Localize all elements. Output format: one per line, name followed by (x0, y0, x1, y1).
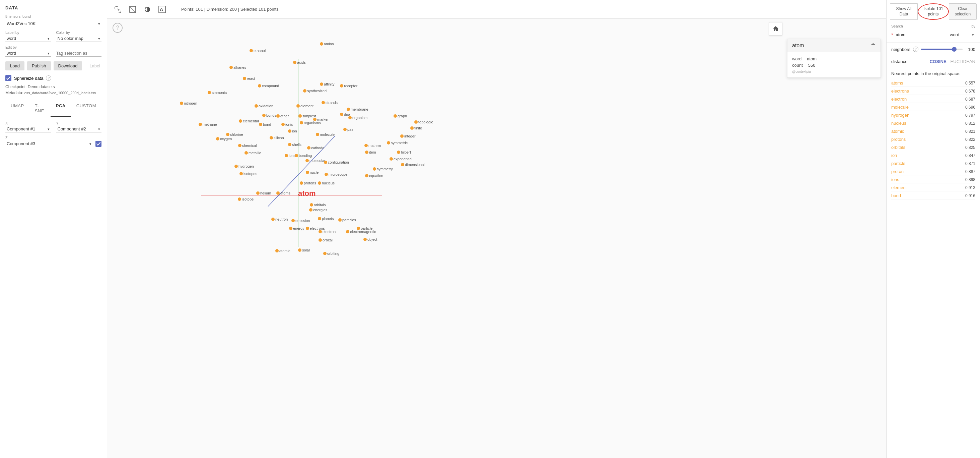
scatter-point[interactable]: shells (288, 142, 302, 147)
home-button[interactable] (769, 22, 783, 35)
scatter-point[interactable]: mathrm (364, 144, 381, 147)
scatter-point[interactable]: amino (320, 42, 334, 46)
scatter-point[interactable]: nuclei (306, 170, 320, 174)
scatter-point[interactable]: cathode (307, 146, 324, 150)
load-button[interactable]: Load (5, 61, 24, 70)
nearest-word[interactable]: molecule (891, 105, 908, 110)
scatter-plot[interactable]: ethanolaminoacidsalkanesaffinityreceptor… (107, 19, 886, 458)
scatter-point[interactable]: symmetric (387, 141, 408, 145)
scatter-point[interactable]: orbital (318, 238, 332, 242)
scatter-point[interactable]: graph (393, 114, 407, 118)
night-mode-icon[interactable] (142, 4, 153, 15)
x-axis-dropdown-wrap[interactable]: Component #1 (5, 126, 51, 132)
scatter-point[interactable]: configuration (324, 160, 349, 164)
scatter-point[interactable]: nucleus (318, 181, 335, 185)
crop-icon[interactable] (127, 4, 138, 15)
scatter-point[interactable]: hilbert (397, 150, 411, 154)
scatter-point[interactable]: orbiting (323, 252, 339, 255)
scatter-point[interactable]: element (296, 104, 313, 108)
nearest-word[interactable]: atomic (891, 129, 904, 134)
scatter-point[interactable]: atoms (276, 191, 290, 195)
scatter-point[interactable]: item (365, 150, 376, 154)
scatter-point[interactable]: ion (288, 129, 297, 133)
scatter-point[interactable]: finite (410, 126, 422, 130)
by-dropdown[interactable]: word (948, 32, 975, 38)
color-by-dropdown-wrap[interactable]: No color map (56, 35, 102, 42)
y-axis-dropdown-wrap[interactable]: Component #2 (56, 126, 102, 132)
neighbors-help-icon[interactable]: ? (913, 46, 918, 52)
show-all-data-button[interactable]: Show All Data (890, 3, 918, 20)
scatter-point[interactable]: object (363, 238, 377, 241)
nearest-word[interactable]: electron (891, 97, 907, 102)
scatter-point[interactable]: integer (400, 134, 416, 138)
scatter-point[interactable]: simplest (298, 114, 316, 118)
y-axis-dropdown[interactable]: Component #2 (56, 126, 102, 132)
scatter-point[interactable]: neutron (271, 217, 288, 221)
scatter-point[interactable]: oxidation (255, 104, 273, 108)
scatter-point[interactable]: organisms (300, 121, 321, 125)
download-button[interactable]: Download (54, 61, 83, 70)
scatter-point[interactable]: ionic (282, 122, 293, 126)
dataset-dropdown-wrap[interactable]: Word2Vec 10K (5, 21, 102, 27)
scatter-point[interactable]: oxygen (216, 137, 232, 141)
scatter-point[interactable]: elemental (239, 119, 259, 123)
scatter-point[interactable]: emission (291, 219, 310, 223)
search-input[interactable] (894, 32, 946, 38)
nearest-word[interactable]: protons (891, 137, 906, 142)
edit-by-dropdown[interactable]: word (5, 50, 51, 57)
scatter-point[interactable]: ethanol (250, 49, 266, 53)
label-by-dropdown[interactable]: word (5, 35, 51, 42)
nearest-word[interactable]: element (891, 185, 907, 190)
color-by-dropdown[interactable]: No color map (56, 35, 102, 42)
scatter-point[interactable]: methane (199, 122, 217, 126)
label-by-dropdown-wrap[interactable]: word (5, 35, 51, 42)
scatter-point[interactable]: protons (300, 181, 316, 185)
scatter-point[interactable]: pair (343, 128, 354, 131)
nearest-word[interactable]: ion (891, 153, 897, 158)
scatter-point[interactable]: atomic (275, 249, 290, 253)
scatter-point[interactable]: energy (289, 226, 304, 230)
nearest-word[interactable]: bond (891, 193, 901, 198)
scatter-point[interactable]: compound (258, 84, 279, 88)
z-axis-dropdown[interactable]: Component #3 (5, 140, 93, 147)
slider-thumb[interactable] (952, 47, 956, 52)
scatter-point[interactable]: hydrogen (234, 164, 254, 168)
scatter-point[interactable]: nitrogen (180, 101, 197, 105)
scatter-point[interactable]: molecular (305, 159, 326, 163)
scatter-point[interactable]: receptor (340, 84, 358, 88)
tab-pca[interactable]: PCA (51, 101, 71, 116)
text-labels-icon[interactable]: A (157, 4, 167, 15)
scatter-point[interactable]: membrane (347, 107, 368, 111)
scatter-point[interactable]: particles (338, 218, 356, 222)
scatter-point[interactable]: isotopes (239, 172, 257, 176)
scatter-point[interactable]: equation (365, 174, 383, 178)
isolate-button[interactable]: Isolate 101 points (918, 3, 949, 20)
scatter-point[interactable]: energies (309, 208, 328, 212)
search-input-wrap[interactable]: * (891, 32, 946, 38)
scatter-point[interactable]: dimensional (401, 163, 425, 167)
scatter-point[interactable]: bonding (295, 153, 312, 158)
scatter-point[interactable]: electron (318, 230, 336, 234)
nearest-word[interactable]: hydrogen (891, 113, 909, 118)
scatter-point[interactable]: chemical (238, 144, 256, 147)
scatter-point[interactable]: affinity (320, 82, 335, 86)
tab-tsne[interactable]: T-SNE (29, 101, 51, 116)
scatter-point[interactable]: metallic (245, 151, 261, 155)
scatter-point[interactable]: symmetry (373, 167, 393, 171)
help-button[interactable]: ? (113, 23, 123, 33)
edit-by-dropdown-wrap[interactable]: word (5, 50, 51, 57)
tab-custom[interactable]: CUSTOM (71, 101, 102, 116)
tab-umap[interactable]: UMAP (5, 101, 29, 116)
nearest-word[interactable]: ions (891, 177, 899, 182)
cosine-option[interactable]: COSINE (930, 59, 947, 64)
nearest-word[interactable]: nucleus (891, 121, 906, 126)
info-collapse-icon[interactable] (870, 43, 876, 48)
nearest-word[interactable]: particle (891, 161, 905, 166)
scatter-point[interactable]: strands (321, 101, 338, 105)
clear-selection-button[interactable]: Clear selection (949, 3, 977, 20)
nearest-word[interactable]: orbitals (891, 145, 905, 150)
nearest-word[interactable]: electrons (891, 88, 909, 94)
scatter-point[interactable]: ammonia (208, 91, 227, 94)
scatter-point[interactable]: topologic (414, 120, 433, 124)
dataset-dropdown[interactable]: Word2Vec 10K (5, 21, 102, 27)
